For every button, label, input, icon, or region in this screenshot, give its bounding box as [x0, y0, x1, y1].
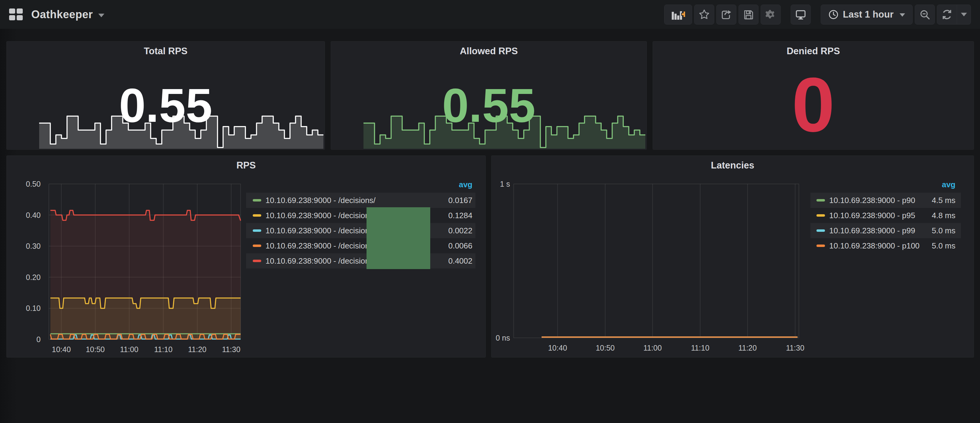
cycle-view-button[interactable]: [791, 5, 811, 25]
x-axis-tick-label: 10:40: [548, 344, 567, 352]
stat-value-total-rps: 0.55: [7, 81, 325, 129]
page-title: Oathkeeper: [31, 8, 93, 21]
chevron-down-icon: [98, 14, 104, 17]
time-range-picker[interactable]: Last 1 hour: [821, 5, 913, 25]
dashboard-grid-icon[interactable]: [9, 8, 23, 20]
legend-series-color-icon[interactable]: [816, 244, 825, 247]
panel-title[interactable]: RPS: [7, 160, 485, 171]
legend-row[interactable]: 10.10.69.238:9000 - p1005.0 ms: [810, 238, 961, 253]
refresh-button[interactable]: [937, 5, 957, 25]
x-axis-tick-label: 11:10: [691, 344, 710, 352]
green-overlay-artifact: [366, 207, 430, 269]
legend-series-avg-value: 0.0066: [448, 241, 473, 250]
stat-value-denied-rps: 0: [653, 66, 974, 143]
legend-avg-header[interactable]: avg: [810, 180, 961, 189]
legend-series-color-icon[interactable]: [253, 214, 261, 217]
panel-title[interactable]: Allowed RPS: [331, 46, 647, 57]
legend-series-label: 10.10.69.238:9000 - p95: [829, 211, 915, 220]
legend-series-color-icon[interactable]: [253, 244, 261, 247]
legend-series-label: 10.10.69.238:9000 - p100: [829, 241, 920, 250]
legend-series-label: 10.10.69.238:9000 - /decisions/: [266, 211, 375, 220]
stat-value-allowed-rps: 0.55: [331, 81, 647, 129]
panel-title[interactable]: Total RPS: [7, 46, 325, 57]
x-axis-tick-label: 11:10: [154, 345, 173, 353]
save-button[interactable]: [738, 5, 759, 25]
y-axis-tick-label: 0.10: [26, 304, 41, 312]
y-axis-tick-label: 0.40: [26, 211, 41, 219]
refresh-group: [937, 5, 971, 25]
legend-series-label: 10.10.69.238:9000 - /decisions/: [266, 226, 375, 235]
legend-series-avg-value: 5.0 ms: [932, 226, 955, 235]
chevron-down-icon: [900, 13, 905, 17]
navbar: Oathkeeper: [0, 0, 980, 29]
x-axis-tick-label: 11:20: [188, 345, 207, 353]
chevron-down-icon: [961, 13, 967, 16]
settings-button[interactable]: [760, 5, 781, 25]
x-axis-tick-label: 10:50: [596, 344, 615, 352]
share-icon: [721, 9, 732, 20]
dashboard-title-dropdown[interactable]: Oathkeeper: [31, 8, 104, 21]
x-axis-tick-label: 10:50: [86, 345, 105, 353]
x-axis-tick-label: 11:00: [120, 345, 138, 353]
star-icon: [698, 9, 710, 20]
save-icon: [743, 9, 754, 20]
legend-series-avg-value: 4.5 ms: [932, 196, 955, 205]
toolbar: Last 1 hour: [662, 5, 971, 25]
legend-row[interactable]: 10.10.69.238:9000 - /decisions/0.0022: [246, 223, 476, 238]
x-axis-tick-label: 11:30: [786, 344, 804, 352]
zoom-out-button[interactable]: [915, 5, 935, 25]
legend-row[interactable]: 10.10.69.238:9000 - /decisions/0.0167: [246, 193, 476, 208]
y-axis-tick-label: 0 ns: [496, 334, 510, 342]
star-button[interactable]: [694, 5, 714, 25]
legend-series-label: 10.10.69.238:9000 - /decisions/: [266, 196, 375, 205]
legend-row[interactable]: 10.10.69.238:9000 - p954.8 ms: [810, 208, 961, 223]
legend-series-label: 10.10.69.238:9000 - /decisions/: [266, 241, 375, 250]
x-axis-tick-label: 10:40: [52, 345, 71, 353]
legend-series-color-icon[interactable]: [816, 230, 825, 232]
zoom-out-icon: [919, 9, 931, 20]
legend-series-label: 10.10.69.238:9000 - p99: [829, 226, 915, 235]
legend-series-avg-value: 0.0022: [448, 226, 473, 235]
x-axis-tick-label: 11:20: [738, 344, 757, 352]
legend-series-label: 10.10.69.238:9000 - /decisions/: [266, 256, 375, 266]
panel-latencies-graph: Latencies 0 ns1 s10:4010:5011:0011:1011:…: [491, 155, 974, 358]
gear-icon: [765, 8, 777, 21]
clock-icon: [828, 10, 838, 20]
legend-row[interactable]: 10.10.69.238:9000 - p995.0 ms: [810, 223, 961, 238]
share-button[interactable]: [716, 5, 737, 25]
legend-series-avg-value: 0.4002: [448, 256, 473, 266]
y-axis-tick-label: 0.50: [26, 180, 41, 188]
refresh-interval-dropdown[interactable]: [957, 5, 971, 25]
legend-series-color-icon[interactable]: [253, 260, 261, 262]
legend-rows: 10.10.69.238:9000 - /decisions/0.016710.…: [246, 193, 476, 268]
panel-title[interactable]: Denied RPS: [653, 46, 974, 57]
panel-title[interactable]: Latencies: [492, 160, 974, 171]
legend-series-label: 10.10.69.238:9000 - p90: [829, 196, 915, 205]
x-axis-tick-label: 11:00: [643, 344, 662, 352]
legend-row[interactable]: 10.10.69.238:9000 - /decisions/0.4002: [246, 253, 476, 268]
add-panel-button[interactable]: [664, 5, 692, 25]
x-axis-tick-label: 11:30: [222, 345, 240, 353]
refresh-icon: [941, 9, 953, 20]
legend-row[interactable]: 10.10.69.238:9000 - /decisions/0.1284: [246, 208, 476, 223]
legend-series-color-icon[interactable]: [253, 199, 261, 201]
y-axis-tick-label: 0.30: [26, 242, 41, 250]
legend-series-avg-value: 0.1284: [448, 211, 473, 220]
latencies-legend: avg10.10.69.238:9000 - p904.5 ms10.10.69…: [810, 156, 961, 357]
legend-row[interactable]: 10.10.69.238:9000 - /decisions/0.0066: [246, 238, 476, 253]
legend-series-avg-value: 0.0167: [448, 196, 473, 205]
legend-series-color-icon[interactable]: [253, 230, 261, 232]
legend-rows: 10.10.69.238:9000 - p904.5 ms10.10.69.23…: [810, 193, 961, 253]
legend-series-avg-value: 4.8 ms: [932, 211, 955, 220]
panel-denied-rps: Denied RPS 0: [652, 41, 974, 150]
panel-allowed-rps: Allowed RPS 0.55: [331, 41, 647, 150]
time-range-label: Last 1 hour: [843, 9, 894, 20]
legend-series-color-icon[interactable]: [816, 199, 825, 201]
legend-series-avg-value: 5.0 ms: [932, 241, 955, 250]
monitor-icon: [795, 9, 807, 20]
legend-series-color-icon[interactable]: [816, 214, 825, 217]
y-axis-tick-label: 0.20: [26, 273, 41, 282]
legend-row[interactable]: 10.10.69.238:9000 - p904.5 ms: [810, 193, 961, 208]
legend-avg-header[interactable]: avg: [246, 180, 476, 189]
y-axis-tick-label: 1 s: [500, 180, 510, 188]
